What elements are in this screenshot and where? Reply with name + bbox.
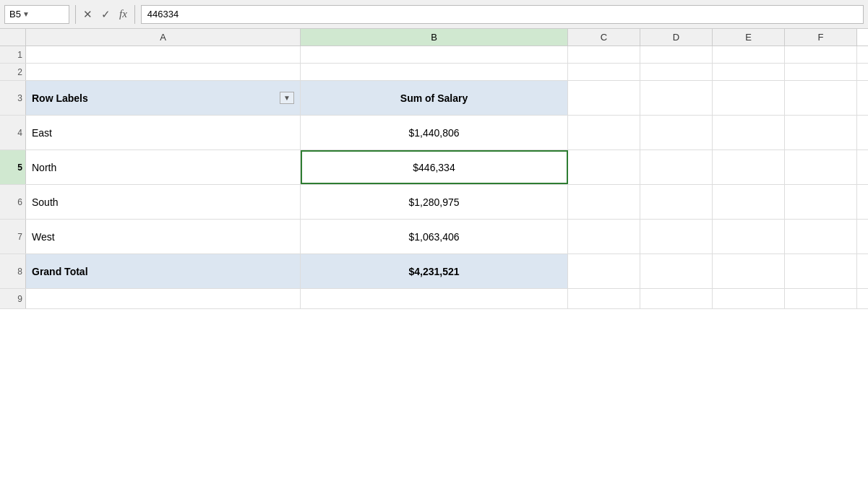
- cell-C1[interactable]: [568, 46, 640, 63]
- cell-D6[interactable]: [640, 185, 713, 219]
- cell-A9[interactable]: [26, 289, 301, 308]
- cell-F1[interactable]: [785, 46, 857, 63]
- cell-ref-label: B5: [9, 9, 21, 20]
- table-row: 8 Grand Total $4,231,521: [0, 254, 868, 289]
- formula-bar-divider: [75, 5, 76, 24]
- table-row: 5 North $446,334: [0, 150, 868, 185]
- cell-B5-north-salary[interactable]: $446,334: [301, 150, 568, 184]
- cell-F6[interactable]: [785, 185, 857, 219]
- cell-D8[interactable]: [640, 254, 713, 288]
- cell-D2[interactable]: [640, 64, 713, 80]
- cell-E8[interactable]: [713, 254, 785, 288]
- cell-B2[interactable]: [301, 64, 568, 80]
- row-num-6[interactable]: 6: [0, 185, 26, 219]
- row-num-7[interactable]: 7: [0, 220, 26, 254]
- cell-F8[interactable]: [785, 254, 857, 288]
- table-row: 1: [0, 46, 868, 64]
- cell-E6[interactable]: [713, 185, 785, 219]
- cell-E3[interactable]: [713, 81, 785, 115]
- cell-B4-east-salary[interactable]: $1,440,806: [301, 116, 568, 150]
- cell-B9[interactable]: [301, 289, 568, 308]
- cell-C7[interactable]: [568, 220, 640, 254]
- cell-D3[interactable]: [640, 81, 713, 115]
- cell-F2[interactable]: [785, 64, 857, 80]
- cell-B3-sum-salary[interactable]: Sum of Salary: [301, 81, 568, 115]
- row-num-1[interactable]: 1: [0, 46, 26, 63]
- table-row: 3 Row Labels ▼ Sum of Salary: [0, 81, 868, 116]
- row-labels-dropdown-icon[interactable]: ▼: [280, 92, 294, 104]
- spreadsheet: A B C D E F 1 2: [0, 29, 868, 494]
- table-row: 9: [0, 289, 868, 309]
- formula-icons: ✕ ✓ fx: [82, 6, 129, 22]
- formula-input[interactable]: 446334: [141, 5, 864, 24]
- cell-C2[interactable]: [568, 64, 640, 80]
- rows-area: 1 2 3 Row Labels ▼: [0, 46, 868, 494]
- confirm-icon[interactable]: ✓: [100, 6, 112, 22]
- cell-reference-box[interactable]: B5 ▼: [4, 5, 69, 24]
- col-header-F[interactable]: F: [785, 29, 857, 46]
- cell-A6-south[interactable]: South: [26, 185, 301, 219]
- row-labels-text: Row Labels: [32, 92, 88, 104]
- cell-A5-north[interactable]: North: [26, 150, 301, 184]
- table-row: 2: [0, 64, 868, 81]
- cell-A2[interactable]: [26, 64, 301, 80]
- row-num-8[interactable]: 8: [0, 254, 26, 288]
- cell-C6[interactable]: [568, 185, 640, 219]
- cell-E1[interactable]: [713, 46, 785, 63]
- cell-C3[interactable]: [568, 81, 640, 115]
- col-header-B[interactable]: B: [301, 29, 568, 46]
- cell-F7[interactable]: [785, 220, 857, 254]
- col-header-C[interactable]: C: [568, 29, 640, 46]
- cell-A1[interactable]: [26, 46, 301, 63]
- cell-D9[interactable]: [640, 289, 713, 308]
- col-header-E[interactable]: E: [713, 29, 785, 46]
- cell-D5[interactable]: [640, 150, 713, 184]
- cell-E5[interactable]: [713, 150, 785, 184]
- row-num-5[interactable]: 5: [0, 150, 26, 184]
- col-header-A[interactable]: A: [26, 29, 301, 46]
- cell-E7[interactable]: [713, 220, 785, 254]
- cell-B7-west-salary[interactable]: $1,063,406: [301, 220, 568, 254]
- column-headers: A B C D E F: [0, 29, 868, 46]
- cell-D1[interactable]: [640, 46, 713, 63]
- col-header-D[interactable]: D: [640, 29, 713, 46]
- row-num-9[interactable]: 9: [0, 289, 26, 308]
- cell-A7-west[interactable]: West: [26, 220, 301, 254]
- table-row: 6 South $1,280,975: [0, 185, 868, 220]
- corner-cell: [0, 29, 26, 46]
- table-row: 7 West $1,063,406: [0, 220, 868, 254]
- table-row: 4 East $1,440,806: [0, 116, 868, 150]
- function-icon[interactable]: fx: [118, 6, 129, 22]
- cell-F5[interactable]: [785, 150, 857, 184]
- cell-A4-east[interactable]: East: [26, 116, 301, 150]
- cell-E9[interactable]: [713, 289, 785, 308]
- cell-E2[interactable]: [713, 64, 785, 80]
- cell-A3-row-labels[interactable]: Row Labels ▼: [26, 81, 301, 115]
- row-num-2[interactable]: 2: [0, 64, 26, 80]
- formula-bar-divider2: [134, 5, 135, 24]
- cell-C4[interactable]: [568, 116, 640, 150]
- cell-D7[interactable]: [640, 220, 713, 254]
- cell-F4[interactable]: [785, 116, 857, 150]
- cell-D4[interactable]: [640, 116, 713, 150]
- cell-ref-dropdown-icon[interactable]: ▼: [22, 10, 30, 18]
- cell-C8[interactable]: [568, 254, 640, 288]
- formula-value: 446334: [147, 9, 179, 20]
- cell-F3[interactable]: [785, 81, 857, 115]
- cancel-icon[interactable]: ✕: [82, 6, 94, 22]
- cell-B8-grand-total-salary[interactable]: $4,231,521: [301, 254, 568, 288]
- cell-B1[interactable]: [301, 46, 568, 63]
- cell-A8-grand-total[interactable]: Grand Total: [26, 254, 301, 288]
- cell-E4[interactable]: [713, 116, 785, 150]
- row-num-3[interactable]: 3: [0, 81, 26, 115]
- row-num-4[interactable]: 4: [0, 116, 26, 150]
- cell-F9[interactable]: [785, 289, 857, 308]
- cell-B6-south-salary[interactable]: $1,280,975: [301, 185, 568, 219]
- cell-C5[interactable]: [568, 150, 640, 184]
- cell-C9[interactable]: [568, 289, 640, 308]
- formula-bar: B5 ▼ ✕ ✓ fx 446334: [0, 0, 868, 29]
